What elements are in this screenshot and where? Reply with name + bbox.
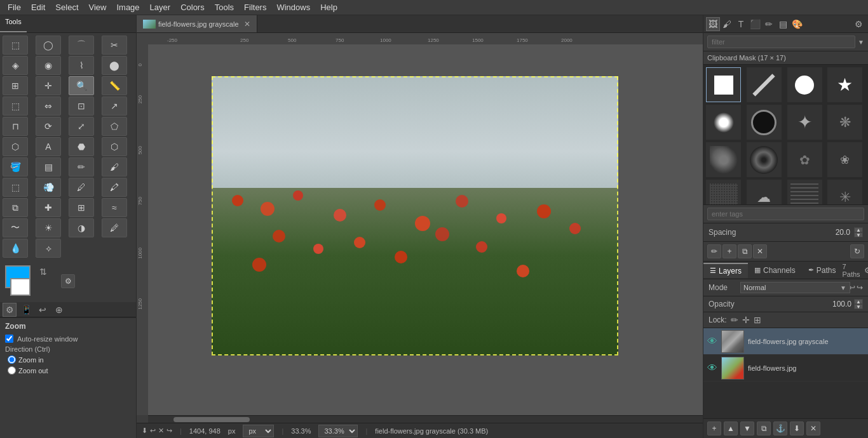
- layer-visibility-eye-1[interactable]: 👁: [707, 336, 717, 347]
- zoom-select[interactable]: 33.3% 50% 100%: [318, 425, 358, 437]
- brush-refresh-btn[interactable]: ↻: [850, 244, 864, 258]
- filter-dropdown-icon[interactable]: ▼: [858, 39, 864, 46]
- tool-transform[interactable]: ⬚: [3, 96, 28, 116]
- brush-item-star[interactable]: ★: [827, 67, 862, 102]
- right-tab-brushes-icon[interactable]: 🖌: [720, 17, 734, 31]
- brush-item-texture1[interactable]: [706, 142, 741, 177]
- tool-airbrush[interactable]: 💨: [36, 178, 61, 197]
- layer-visibility-eye-2[interactable]: 👁: [707, 362, 717, 374]
- tool-blur[interactable]: ≈: [102, 198, 127, 217]
- tags-input[interactable]: [707, 208, 864, 220]
- brush-delete-btn[interactable]: ✕: [753, 244, 767, 258]
- tool-options-tab[interactable]: ⚙: [3, 303, 17, 317]
- tool-zoom[interactable]: 🔍: [69, 76, 94, 95]
- tool-warp[interactable]: ↗: [102, 96, 127, 116]
- brush-item-splat2[interactable]: ❋: [827, 105, 862, 140]
- right-tab-layers-icon[interactable]: 🖼: [706, 17, 720, 31]
- status-export-icon[interactable]: ⬇: [142, 427, 147, 435]
- tool-gradient[interactable]: ▤: [36, 157, 61, 176]
- tool-paths[interactable]: 🖉: [102, 218, 127, 237]
- menu-tools[interactable]: Tools: [210, 1, 239, 13]
- tool-select-by-color[interactable]: ◉: [36, 56, 61, 75]
- menu-image[interactable]: Image: [111, 1, 144, 13]
- layers-config-btn[interactable]: ⚙: [864, 264, 868, 277]
- layer-move-up-btn[interactable]: ▲: [724, 421, 738, 435]
- layers-tab-layers[interactable]: ☰ Layers: [703, 263, 748, 278]
- right-tab-gradient-icon[interactable]: ▤: [776, 17, 790, 31]
- menu-view[interactable]: View: [84, 1, 112, 13]
- tool-align[interactable]: ⊞: [3, 76, 28, 95]
- tool-crop[interactable]: ⊓: [3, 117, 28, 136]
- tool-free-select[interactable]: ⌒: [69, 36, 94, 55]
- right-tab-config-icon[interactable]: ⚙: [851, 17, 865, 31]
- menu-filters[interactable]: Filters: [239, 1, 271, 13]
- background-color[interactable]: [10, 278, 31, 296]
- image-tab[interactable]: field-flowers.jpg grayscale ✕: [137, 15, 257, 32]
- mode-undo-btn[interactable]: ↩ ↪: [849, 283, 863, 292]
- brush-item-splat4[interactable]: ❀: [827, 142, 862, 177]
- brush-duplicate-btn[interactable]: ⧉: [738, 244, 752, 258]
- right-tab-palette-icon[interactable]: 🎨: [790, 17, 804, 31]
- tool-pencil[interactable]: ✏: [69, 157, 94, 176]
- brush-item-splat5[interactable]: ✳: [827, 180, 862, 204]
- layer-delete-btn[interactable]: ✕: [806, 421, 820, 435]
- toolbox-options-icon[interactable]: ⚙: [61, 274, 75, 288]
- layer-item-color[interactable]: 👁 field-flowers.jpg: [703, 355, 868, 382]
- tool-scale[interactable]: ⤢: [69, 117, 94, 136]
- canvas-viewport[interactable]: [148, 44, 703, 415]
- tool-paintbrush[interactable]: 🖌: [102, 157, 127, 176]
- tool-ellipse-select[interactable]: ◯: [36, 36, 61, 55]
- layer-anchor-btn[interactable]: ⚓: [773, 421, 787, 435]
- menu-select[interactable]: Select: [50, 1, 83, 13]
- device-status-tab[interactable]: 📱: [19, 303, 33, 317]
- tool-3d[interactable]: ⬣: [69, 137, 94, 156]
- spacing-down-btn[interactable]: ▼: [854, 232, 863, 237]
- menu-file[interactable]: File: [3, 1, 26, 13]
- brush-item-bigcircle[interactable]: [747, 105, 782, 140]
- layer-add-btn[interactable]: +: [707, 421, 721, 435]
- tool-rect-select[interactable]: ⬚: [3, 36, 28, 55]
- tool-move[interactable]: ✛: [36, 76, 61, 95]
- brush-item-splat3[interactable]: ✿: [787, 142, 822, 177]
- tool-desaturate[interactable]: ◑: [69, 218, 94, 237]
- tool-eraser[interactable]: ⬚: [3, 178, 28, 197]
- layer-duplicate-btn[interactable]: ⧉: [757, 421, 771, 435]
- brush-item-line[interactable]: [747, 67, 782, 102]
- status-undo-icon[interactable]: ↩: [150, 427, 156, 435]
- brush-item-circle[interactable]: [787, 67, 822, 102]
- layer-merge-btn[interactable]: ⬇: [790, 421, 804, 435]
- layers-tab-paths[interactable]: ✒ Paths: [802, 263, 843, 277]
- menu-help[interactable]: Help: [315, 1, 342, 13]
- brush-item-soft[interactable]: [706, 105, 741, 140]
- tool-flip[interactable]: ⇔: [36, 96, 61, 116]
- tool-blend[interactable]: ⟡: [36, 239, 61, 258]
- tool-mypaint[interactable]: 🖍: [102, 178, 127, 197]
- tool-perspective-clone[interactable]: ⊞: [69, 198, 94, 217]
- brush-item-square[interactable]: [706, 67, 741, 102]
- toolbox-tab-tools[interactable]: Tools: [0, 15, 27, 32]
- tool-text[interactable]: A: [36, 137, 61, 156]
- tool-scissors[interactable]: ✂: [102, 36, 127, 55]
- opacity-down-btn[interactable]: ▼: [854, 304, 863, 309]
- menu-colors[interactable]: Colors: [175, 1, 210, 13]
- tool-fuzzy-select[interactable]: ◈: [3, 56, 28, 75]
- image-tab-close-icon[interactable]: ✕: [244, 20, 250, 29]
- tool-iscissors[interactable]: ⌇: [69, 56, 94, 75]
- status-cancel-icon[interactable]: ✕: [158, 427, 164, 435]
- menu-edit[interactable]: Edit: [26, 1, 50, 13]
- zoom-out-radio[interactable]: [8, 366, 16, 375]
- zoom-in-radio[interactable]: [8, 355, 16, 364]
- lock-position-icon[interactable]: ✛: [742, 315, 750, 325]
- swap-colors-icon[interactable]: ⇅: [39, 267, 47, 277]
- layers-tab-channels[interactable]: ▦ Channels: [748, 263, 802, 277]
- tool-perspective[interactable]: ⬡: [3, 137, 28, 156]
- tool-handle[interactable]: ⬡: [102, 137, 127, 156]
- brush-item-texture2[interactable]: [747, 142, 782, 177]
- layer-item-grayscale[interactable]: 👁 field-flowers.jpg grayscale: [703, 328, 868, 355]
- tool-heal[interactable]: ✚: [36, 198, 61, 217]
- tool-bucket[interactable]: 🪣: [3, 157, 28, 176]
- brush-edit-btn[interactable]: ✏: [707, 244, 721, 258]
- brush-filter-input[interactable]: [707, 36, 855, 48]
- scrollbar-thumb-h[interactable]: [173, 417, 250, 422]
- tool-rotate[interactable]: ⟳: [36, 117, 61, 136]
